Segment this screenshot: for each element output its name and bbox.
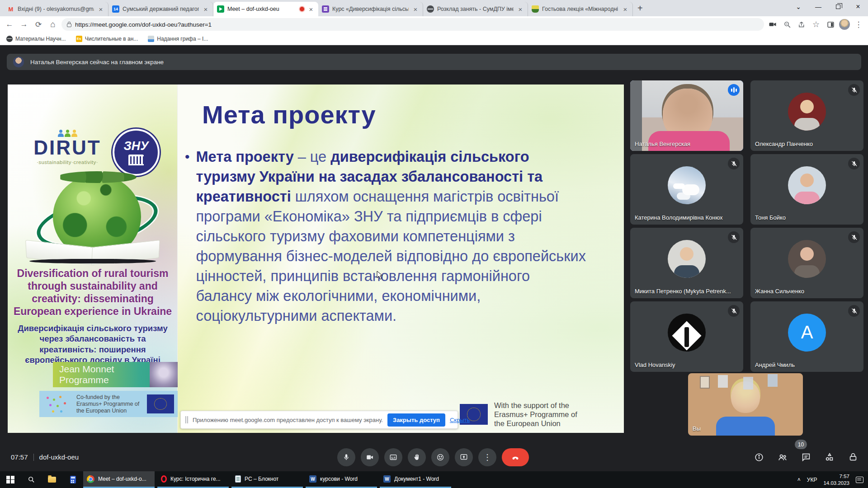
- tab-close-icon[interactable]: ×: [517, 5, 524, 13]
- participant-tile[interactable]: Микита Петренко (Mykyta Petrenk...: [630, 228, 743, 298]
- bookmark-item[interactable]: Надання грифа – І...: [148, 36, 208, 42]
- calculator-icon[interactable]: [62, 471, 83, 488]
- share-icon[interactable]: [796, 19, 807, 30]
- present-button[interactable]: [455, 448, 473, 466]
- raise-hand-button[interactable]: [408, 448, 426, 466]
- file-explorer-icon[interactable]: [42, 471, 62, 488]
- mic-button[interactable]: [337, 448, 355, 466]
- camera-button[interactable]: [361, 448, 379, 466]
- url-text[interactable]: https://meet.google.com/dof-uxkd-oeu?aut…: [75, 21, 212, 28]
- more-options-button[interactable]: ⋮: [478, 448, 496, 466]
- back-icon[interactable]: ←: [4, 19, 15, 30]
- cofunded-band: Co-funded by the Erasmus+ Programme of t…: [39, 391, 178, 417]
- browser-menu-icon[interactable]: ⋮: [853, 19, 864, 30]
- participant-avatar: [668, 240, 706, 278]
- tray-expand-icon[interactable]: ˄: [797, 477, 801, 483]
- start-button[interactable]: [0, 471, 21, 488]
- participant-tile[interactable]: Катерина Володимирівна Конюх: [630, 154, 743, 225]
- activities-icon[interactable]: [825, 452, 835, 462]
- profile-avatar[interactable]: [839, 19, 850, 30]
- meeting-details-icon[interactable]: [754, 452, 764, 462]
- padlock-icon: [67, 23, 71, 27]
- participant-avatar: [788, 240, 826, 278]
- tab-lecture[interactable]: Гостьова лекція «Міжнародні п ×: [528, 2, 633, 16]
- bookmark-item[interactable]: Es Числительные в ан...: [76, 36, 138, 42]
- forward-icon[interactable]: →: [18, 19, 30, 30]
- self-view-tile[interactable]: Вы: [688, 373, 803, 436]
- project-poster: DIRUT ·sustainability·creativity· ЗНУ Di…: [8, 84, 178, 433]
- recording-dot: [300, 7, 304, 11]
- people-panel-icon[interactable]: [778, 452, 788, 462]
- minimize-button[interactable]: —: [808, 0, 828, 14]
- taskbar-app-word1[interactable]: W курсови - Word: [306, 471, 377, 488]
- meeting-code: dof-uxkd-oeu: [39, 453, 79, 461]
- participant-tile[interactable]: A Андрей Чмиль: [750, 301, 863, 372]
- stop-sharing-button[interactable]: Закрыть доступ: [387, 413, 445, 427]
- presenting-banner-text: Наталья Венгерская сейчас на главном экр…: [30, 59, 164, 66]
- reload-icon[interactable]: ⟳: [33, 19, 44, 30]
- participant-tile[interactable]: Vlad Hovanskiy: [630, 301, 743, 372]
- tab-close-icon[interactable]: ×: [97, 5, 104, 13]
- window-controls: ⌄ — ×: [788, 0, 868, 14]
- tab-close-icon[interactable]: ×: [412, 5, 419, 13]
- address-bar[interactable]: https://meet.google.com/dof-uxkd-oeu?aut…: [61, 18, 764, 31]
- captions-button[interactable]: [384, 448, 402, 466]
- calendar-icon: 14: [112, 5, 119, 13]
- poster-title-en: Diversification of rural tourism through…: [12, 267, 173, 318]
- new-tab-button[interactable]: +: [637, 3, 643, 14]
- participant-tile[interactable]: Тоня Бойко: [750, 154, 863, 225]
- camera-in-use-icon[interactable]: [767, 19, 778, 30]
- taskbar-search-icon[interactable]: [21, 471, 42, 488]
- taskbar-app-meet[interactable]: Meet – dof-uxkd-o...: [83, 471, 155, 488]
- tab-forms-course[interactable]: Курс «Диверсифікація сільського ×: [318, 2, 423, 16]
- bookmark-doc-icon: Es: [76, 36, 82, 42]
- hide-notice-link[interactable]: Скрыть: [450, 417, 470, 423]
- taskbar-app-notepad[interactable]: PC – Блокнот: [231, 471, 303, 488]
- taskbar-app-word2[interactable]: W Документ1 - Word: [380, 471, 451, 488]
- participant-avatar: [788, 93, 826, 131]
- participant-tile[interactable]: Жанна Сильченко: [750, 228, 863, 298]
- reactions-button[interactable]: [431, 448, 449, 466]
- notification-center-icon[interactable]: [856, 477, 863, 483]
- meeting-info: 07:57 dof-uxkd-oeu: [11, 453, 79, 461]
- globe-icon: [427, 5, 434, 13]
- mic-off-icon: [728, 158, 740, 169]
- participant-name: Андрей Чмиль: [755, 361, 795, 368]
- close-button[interactable]: ×: [848, 0, 868, 14]
- zoom-icon[interactable]: [781, 19, 793, 30]
- znu-logo: ЗНУ: [113, 129, 160, 176]
- tab-calendar[interactable]: 14 Сумський державний педагогіч ×: [108, 2, 213, 16]
- restore-button[interactable]: [828, 0, 848, 14]
- presenting-banner: Наталья Венгерская сейчас на главном экр…: [7, 54, 861, 70]
- meet-page: Наталья Венгерская сейчас на главном экр…: [0, 46, 868, 471]
- mouse-cursor: [377, 271, 383, 280]
- side-panel-icon[interactable]: [825, 19, 836, 30]
- drag-handle-icon[interactable]: [185, 416, 188, 423]
- gmail-icon: M: [7, 5, 14, 13]
- participant-name: Наталья Венгерская: [635, 141, 690, 147]
- tab-close-icon[interactable]: ×: [622, 5, 629, 13]
- bookmark-item[interactable]: Материалы Научн...: [6, 36, 66, 42]
- slide-bullet: • Мета проекту – це диверсифікація сільс…: [185, 147, 588, 326]
- tab-close-icon[interactable]: ×: [202, 5, 209, 13]
- tab-close-icon[interactable]: ×: [307, 5, 315, 13]
- poster-title-uk: Диверсифікація сільського туризму через …: [14, 323, 171, 365]
- audio-indicator-icon: [728, 84, 740, 96]
- participant-name: Vlad Hovanskiy: [635, 361, 675, 368]
- bookmark-star-icon[interactable]: ☆: [810, 19, 822, 30]
- language-indicator[interactable]: УКР: [807, 477, 817, 483]
- chat-panel-icon[interactable]: [801, 452, 811, 462]
- host-controls-icon[interactable]: [848, 452, 858, 462]
- leave-call-button[interactable]: [502, 448, 529, 466]
- tab-gmail[interactable]: M Вхідні (9) - olesyakornus@gmail. ×: [4, 2, 108, 16]
- clock[interactable]: 7:57 14.03.2023: [823, 473, 849, 486]
- tab-schedule[interactable]: Розклад занять - СумДПУ імені ×: [423, 2, 528, 16]
- eu-flag-icon: [147, 394, 174, 413]
- participant-tile[interactable]: Наталья Венгерская: [630, 80, 743, 151]
- home-icon[interactable]: ⌂: [47, 19, 59, 30]
- taskbar-app-opera[interactable]: Курс: Історична ге...: [157, 471, 229, 488]
- bullet-dot: •: [185, 147, 190, 326]
- tab-search-chevron-icon[interactable]: ⌄: [788, 0, 808, 14]
- participant-tile[interactable]: Олександр Панченко: [750, 80, 863, 151]
- tab-meet[interactable]: Meet – dof-uxkd-oeu ×: [213, 2, 318, 16]
